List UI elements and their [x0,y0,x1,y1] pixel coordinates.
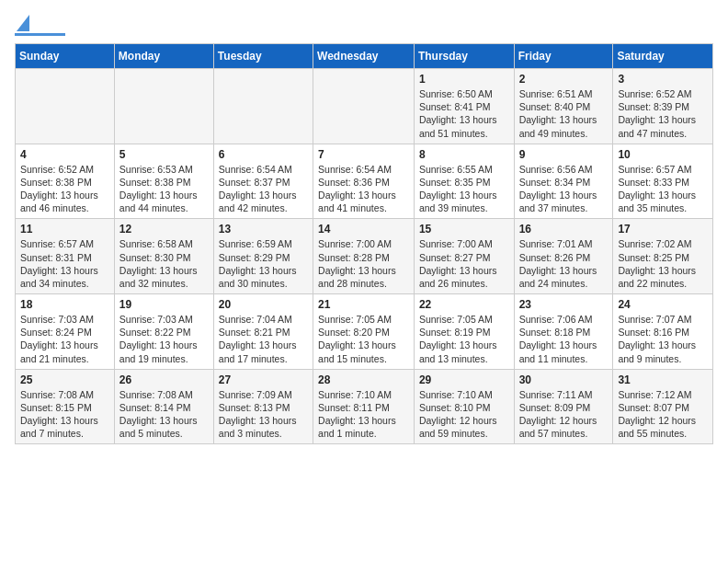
day-number: 15 [419,223,509,236]
calendar-week-row: 11Sunrise: 6:57 AM Sunset: 8:31 PM Dayli… [16,219,713,294]
calendar-cell: 15Sunrise: 7:00 AM Sunset: 8:27 PM Dayli… [414,219,514,294]
calendar-cell: 24Sunrise: 7:07 AM Sunset: 8:16 PM Dayli… [613,294,713,370]
calendar-cell: 9Sunrise: 6:56 AM Sunset: 8:34 PM Daylig… [514,144,613,219]
day-number: 28 [318,373,409,386]
cell-info: Sunrise: 6:54 AM Sunset: 8:37 PM Dayligh… [219,163,308,215]
cell-info: Sunrise: 6:58 AM Sunset: 8:30 PM Dayligh… [119,237,209,290]
calendar-table: SundayMondayTuesdayWednesdayThursdayFrid… [15,43,713,444]
calendar-cell: 18Sunrise: 7:03 AM Sunset: 8:24 PM Dayli… [16,294,115,370]
calendar-cell: 19Sunrise: 7:03 AM Sunset: 8:22 PM Dayli… [114,294,213,370]
calendar-cell: 17Sunrise: 7:02 AM Sunset: 8:25 PM Dayli… [613,219,713,294]
header-day-saturday: Saturday [613,44,713,69]
calendar-cell: 30Sunrise: 7:11 AM Sunset: 8:09 PM Dayli… [514,369,613,444]
calendar-week-row: 25Sunrise: 7:08 AM Sunset: 8:15 PM Dayli… [16,369,713,444]
calendar-cell: 26Sunrise: 7:08 AM Sunset: 8:14 PM Dayli… [114,369,213,444]
calendar-cell: 12Sunrise: 6:58 AM Sunset: 8:30 PM Dayli… [114,219,213,294]
cell-info: Sunrise: 7:09 AM Sunset: 8:13 PM Dayligh… [219,388,308,441]
day-number: 17 [618,223,708,236]
day-number: 21 [318,298,409,311]
page-header [15,15,713,36]
day-number: 30 [519,373,609,386]
calendar-cell: 29Sunrise: 7:10 AM Sunset: 8:10 PM Dayli… [414,369,514,444]
cell-info: Sunrise: 7:03 AM Sunset: 8:22 PM Dayligh… [119,313,209,365]
cell-info: Sunrise: 6:51 AM Sunset: 8:40 PM Dayligh… [519,87,609,140]
cell-info: Sunrise: 6:57 AM Sunset: 8:31 PM Dayligh… [20,237,109,290]
day-number: 25 [20,373,109,386]
calendar-cell: 22Sunrise: 7:05 AM Sunset: 8:19 PM Dayli… [414,294,514,370]
calendar-cell [213,69,313,144]
calendar-cell: 13Sunrise: 6:59 AM Sunset: 8:29 PM Dayli… [213,219,313,294]
cell-info: Sunrise: 7:05 AM Sunset: 8:19 PM Dayligh… [419,313,509,365]
calendar-cell: 10Sunrise: 6:57 AM Sunset: 8:33 PM Dayli… [613,144,713,219]
header-day-sunday: Sunday [16,44,115,69]
day-number: 13 [219,223,308,236]
calendar-cell: 11Sunrise: 6:57 AM Sunset: 8:31 PM Dayli… [16,219,115,294]
cell-info: Sunrise: 6:52 AM Sunset: 8:39 PM Dayligh… [618,87,708,140]
calendar-cell: 28Sunrise: 7:10 AM Sunset: 8:11 PM Dayli… [313,369,415,444]
cell-info: Sunrise: 7:06 AM Sunset: 8:18 PM Dayligh… [519,313,609,365]
cell-info: Sunrise: 7:11 AM Sunset: 8:09 PM Dayligh… [519,388,609,441]
cell-info: Sunrise: 7:07 AM Sunset: 8:16 PM Dayligh… [618,313,708,365]
day-number: 11 [20,223,109,236]
logo [15,15,65,36]
header-day-friday: Friday [514,44,613,69]
day-number: 4 [20,148,109,161]
cell-info: Sunrise: 7:10 AM Sunset: 8:11 PM Dayligh… [318,388,409,441]
day-number: 2 [519,73,609,86]
header-day-tuesday: Tuesday [213,44,313,69]
day-number: 9 [519,148,609,161]
day-number: 10 [618,148,708,161]
calendar-cell: 20Sunrise: 7:04 AM Sunset: 8:21 PM Dayli… [213,294,313,370]
day-number: 20 [219,298,308,311]
calendar-cell [313,69,415,144]
day-number: 31 [618,373,708,386]
calendar-cell: 8Sunrise: 6:55 AM Sunset: 8:35 PM Daylig… [414,144,514,219]
calendar-cell: 27Sunrise: 7:09 AM Sunset: 8:13 PM Dayli… [213,369,313,444]
day-number: 7 [318,148,409,161]
day-number: 5 [119,148,209,161]
cell-info: Sunrise: 6:54 AM Sunset: 8:36 PM Dayligh… [318,163,409,215]
day-number: 23 [519,298,609,311]
day-number: 12 [119,223,209,236]
calendar-cell: 16Sunrise: 7:01 AM Sunset: 8:26 PM Dayli… [514,219,613,294]
calendar-cell [114,69,213,144]
calendar-cell: 4Sunrise: 6:52 AM Sunset: 8:38 PM Daylig… [16,144,115,219]
day-number: 19 [119,298,209,311]
day-number: 18 [20,298,109,311]
calendar-cell: 25Sunrise: 7:08 AM Sunset: 8:15 PM Dayli… [16,369,115,444]
cell-info: Sunrise: 6:57 AM Sunset: 8:33 PM Dayligh… [618,163,708,215]
day-number: 29 [419,373,509,386]
calendar-cell: 21Sunrise: 7:05 AM Sunset: 8:20 PM Dayli… [313,294,415,370]
header-day-wednesday: Wednesday [313,44,415,69]
day-number: 16 [519,223,609,236]
day-number: 8 [419,148,509,161]
calendar-cell: 2Sunrise: 6:51 AM Sunset: 8:40 PM Daylig… [514,69,613,144]
cell-info: Sunrise: 7:03 AM Sunset: 8:24 PM Dayligh… [20,313,109,365]
cell-info: Sunrise: 7:01 AM Sunset: 8:26 PM Dayligh… [519,237,609,290]
header-day-monday: Monday [114,44,213,69]
day-number: 6 [219,148,308,161]
calendar-cell [16,69,115,144]
calendar-cell: 5Sunrise: 6:53 AM Sunset: 8:38 PM Daylig… [114,144,213,219]
day-number: 22 [419,298,509,311]
header-day-thursday: Thursday [414,44,514,69]
cell-info: Sunrise: 7:04 AM Sunset: 8:21 PM Dayligh… [219,313,308,365]
cell-info: Sunrise: 7:08 AM Sunset: 8:14 PM Dayligh… [119,388,209,441]
calendar-cell: 1Sunrise: 6:50 AM Sunset: 8:41 PM Daylig… [414,69,514,144]
day-number: 26 [119,373,209,386]
logo-underline [15,33,65,36]
cell-info: Sunrise: 7:00 AM Sunset: 8:28 PM Dayligh… [318,237,409,290]
calendar-cell: 31Sunrise: 7:12 AM Sunset: 8:07 PM Dayli… [613,369,713,444]
calendar-cell: 3Sunrise: 6:52 AM Sunset: 8:39 PM Daylig… [613,69,713,144]
day-number: 14 [318,223,409,236]
cell-info: Sunrise: 6:56 AM Sunset: 8:34 PM Dayligh… [519,163,609,215]
cell-info: Sunrise: 7:00 AM Sunset: 8:27 PM Dayligh… [419,237,509,290]
day-number: 3 [618,73,708,86]
cell-info: Sunrise: 7:08 AM Sunset: 8:15 PM Dayligh… [20,388,109,441]
cell-info: Sunrise: 6:52 AM Sunset: 8:38 PM Dayligh… [20,163,109,215]
calendar-week-row: 18Sunrise: 7:03 AM Sunset: 8:24 PM Dayli… [16,294,713,370]
svg-marker-0 [17,15,29,31]
calendar-cell: 23Sunrise: 7:06 AM Sunset: 8:18 PM Dayli… [514,294,613,370]
day-number: 1 [419,73,509,86]
day-number: 27 [219,373,308,386]
